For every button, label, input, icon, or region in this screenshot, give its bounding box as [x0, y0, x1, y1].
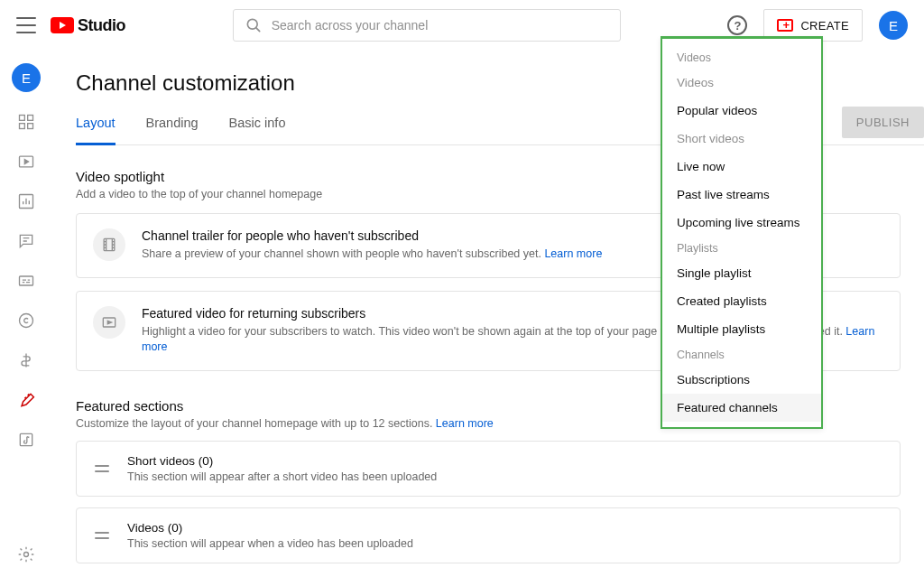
tab-layout[interactable]: Layout: [76, 112, 116, 145]
drag-handle-icon[interactable]: [93, 465, 111, 472]
dropdown-item[interactable]: Upcoming live streams: [662, 209, 821, 237]
video-icon: [93, 306, 125, 339]
svg-point-9: [20, 314, 33, 328]
svg-rect-3: [28, 116, 33, 121]
svg-rect-8: [20, 276, 33, 285]
account-avatar[interactable]: E: [879, 11, 908, 40]
dropdown-item[interactable]: Popular videos: [662, 97, 821, 125]
card-title: Channel trailer for people who haven't s…: [142, 228, 602, 243]
learn-more-link[interactable]: Learn more: [544, 247, 602, 260]
card-desc: Share a preview of your channel shown wi…: [142, 247, 602, 263]
create-icon: [777, 19, 793, 32]
logo[interactable]: Studio: [51, 16, 125, 35]
svg-point-11: [24, 553, 29, 557]
dropdown-item[interactable]: Past live streams: [662, 181, 821, 209]
learn-more-link[interactable]: Learn more: [436, 417, 494, 430]
search-icon: [245, 16, 263, 34]
tab-basic-info[interactable]: Basic info: [229, 112, 286, 144]
help-icon[interactable]: ?: [727, 15, 747, 35]
dropdown-item: Videos: [662, 69, 821, 97]
row-sub: This section will appear after a short v…: [127, 470, 437, 483]
drag-handle-icon[interactable]: [93, 532, 111, 539]
dashboard-icon[interactable]: [16, 112, 36, 132]
add-section-dropdown: Videos Videos Popular videos Short video…: [661, 36, 823, 429]
row-title: Videos (0): [127, 521, 413, 535]
film-icon: [93, 228, 125, 261]
copyright-icon[interactable]: [16, 311, 36, 330]
logo-text: Studio: [78, 16, 125, 35]
customization-icon[interactable]: [16, 390, 36, 410]
comments-icon[interactable]: [16, 231, 36, 251]
analytics-icon[interactable]: [16, 191, 36, 211]
monetization-icon[interactable]: [16, 350, 36, 370]
row-title: Short videos (0): [127, 454, 437, 468]
subtitles-icon[interactable]: [16, 271, 36, 291]
svg-rect-5: [28, 124, 33, 129]
content-icon[interactable]: [16, 152, 36, 172]
dropdown-item[interactable]: Multiple playlists: [662, 315, 821, 343]
section-row-short-videos[interactable]: Short videos (0) This section will appea…: [76, 441, 901, 497]
dropdown-item[interactable]: Subscriptions: [662, 366, 821, 394]
create-label: CREATE: [800, 19, 849, 33]
search-input[interactable]: Search across your channel: [233, 9, 621, 42]
publish-button[interactable]: PUBLISH: [842, 107, 924, 138]
dropdown-item-featured-channels[interactable]: Featured channels: [662, 394, 821, 422]
sidebar: E: [0, 51, 52, 577]
svg-line-1: [256, 28, 260, 32]
audio-library-icon[interactable]: [16, 430, 36, 450]
dropdown-header-playlists: Playlists: [662, 237, 821, 259]
channel-avatar[interactable]: E: [12, 63, 41, 92]
dropdown-item[interactable]: Created playlists: [662, 287, 821, 315]
svg-rect-4: [20, 124, 25, 129]
dropdown-item: Short videos: [662, 125, 821, 153]
menu-icon[interactable]: [16, 17, 36, 33]
tab-branding[interactable]: Branding: [146, 112, 199, 144]
dropdown-header-channels: Channels: [662, 343, 821, 366]
section-row-videos[interactable]: Videos (0) This section will appear when…: [76, 507, 901, 563]
search-placeholder: Search across your channel: [272, 18, 429, 33]
svg-rect-2: [20, 116, 25, 121]
row-sub: This section will appear when a video ha…: [127, 537, 413, 550]
dropdown-item[interactable]: Live now: [662, 153, 821, 181]
youtube-icon: [51, 17, 74, 33]
settings-icon[interactable]: [16, 544, 36, 564]
dropdown-item[interactable]: Single playlist: [662, 259, 821, 287]
dropdown-header-videos: Videos: [662, 46, 821, 69]
